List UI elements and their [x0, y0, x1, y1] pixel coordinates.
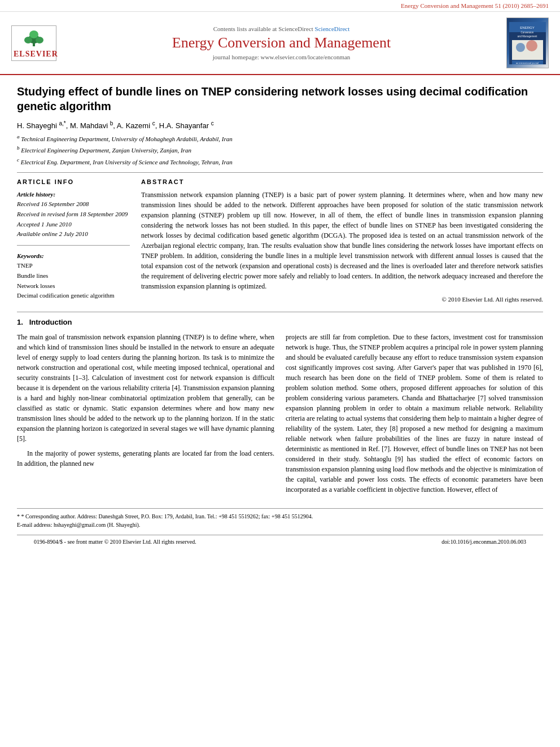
svg-point-12 [526, 40, 537, 51]
affiliation-a: a Technical Engineering Department, Univ… [17, 133, 543, 143]
affiliation-c: c Electrical Eng. Department, Iran Unive… [17, 156, 543, 167]
body-left-col: The main goal of transmission network ex… [17, 332, 274, 499]
footnote-star: * * Corresponding author. Address: Danes… [17, 512, 543, 521]
svg-text:and Management: and Management [517, 35, 537, 38]
divider-1 [17, 172, 543, 173]
intro-para-3: projects are still far from completion. … [286, 332, 543, 495]
svg-point-2 [24, 37, 32, 43]
svg-text:an international journal: an international journal [516, 62, 539, 64]
divider-2 [17, 312, 543, 312]
article-title: Studying effect of bundle lines on TNEP … [17, 84, 543, 113]
history-accepted: Accepted 1 June 2010 [17, 220, 130, 230]
footnote-star-symbol: * [17, 513, 20, 519]
affiliation-b: b Electrical Engineering Department, Zan… [17, 145, 543, 155]
history-revised: Received in revised form 18 September 20… [17, 209, 130, 220]
elsevier-wordmark: ELSEVIER [14, 50, 54, 59]
article-info-column: ARTICLE INFO Article history: Received 1… [17, 178, 130, 303]
keywords-label: Keywords: [17, 251, 130, 261]
elsevier-logo: ELSEVIER [11, 25, 56, 61]
header-center: Contents lists available at ScienceDirec… [62, 25, 501, 60]
history-received: Received 16 September 2008 [17, 199, 130, 209]
homepage-line: journal homepage: www.elsevier.com/locat… [62, 54, 501, 60]
keyword-2: Bundle lines [17, 271, 130, 281]
footnote-email-text: E-mail address: hshayeghi@gmail.com (H. … [17, 522, 140, 528]
svg-point-4 [29, 30, 38, 38]
svg-point-11 [516, 43, 525, 52]
cover-image: ENERGY Conversion and Management an inte… [509, 22, 546, 64]
footnote-email: E-mail address: hshayeghi@gmail.com (H. … [17, 521, 543, 529]
bottom-bar: 0196-8904/$ - see front matter © 2010 El… [17, 535, 543, 548]
article-info-header: ARTICLE INFO [17, 178, 130, 185]
keyword-1: TNEP [17, 261, 130, 271]
abstract-column: ABSTRACT Transmission network expansion … [141, 178, 543, 303]
doi-line: doi:10.1016/j.enconman.2010.06.003 [441, 539, 526, 545]
citation-bar: Energy Conversion and Management 51 (201… [0, 0, 560, 12]
intro-para-2: In the majority of power systems, genera… [17, 448, 274, 469]
journal-cover-thumbnail: ENERGY Conversion and Management an inte… [506, 18, 549, 68]
footnote-area: * * Corresponding author. Address: Danes… [17, 508, 543, 529]
article-history: Article history: Received 16 September 2… [17, 190, 130, 239]
article-meta: ARTICLE INFO Article history: Received 1… [17, 178, 543, 303]
keywords: Keywords: TNEP Bundle lines Network loss… [17, 251, 130, 301]
issn-line: 0196-8904/$ - see front matter © 2010 El… [34, 539, 196, 545]
journal-citation: Energy Conversion and Management 51 (201… [401, 2, 549, 9]
contents-line: Contents lists available at ScienceDirec… [62, 25, 501, 32]
journal-header: ELSEVIER Contents lists available at Sci… [0, 12, 560, 75]
affiliations: a Technical Engineering Department, Univ… [17, 133, 543, 166]
keyword-3: Network losses [17, 281, 130, 291]
svg-point-3 [36, 37, 43, 43]
divider-kw [17, 245, 130, 246]
authors-line: H. Shayeghi a,*, M. Mahdavi b, A. Kazemi… [17, 120, 543, 130]
main-content: Studying effect of bundle lines on TNEP … [0, 75, 560, 560]
footnote-corresponding: * Corresponding author. Address: Daneshg… [21, 513, 313, 519]
abstract-text: Transmission network expansion planning … [141, 190, 543, 291]
elsevier-tree-icon [20, 28, 48, 47]
abstract-header: ABSTRACT [141, 178, 543, 185]
history-label: Article history: [17, 190, 130, 200]
svg-text:ENERGY: ENERGY [520, 26, 534, 29]
body-columns: The main goal of transmission network ex… [17, 332, 543, 499]
journal-title: Energy Conversion and Management [62, 34, 501, 51]
section-1-title: 1. Introduction [17, 318, 543, 326]
copyright-line: © 2010 Elsevier Ltd. All rights reserved… [141, 296, 543, 303]
sciencedirect-link[interactable]: ScienceDirect [315, 25, 350, 32]
body-right-col: projects are still far from completion. … [286, 332, 543, 499]
intro-para-1: The main goal of transmission network ex… [17, 332, 274, 444]
keyword-4: Decimal codification genetic algorithm [17, 291, 130, 301]
history-online: Available online 2 July 2010 [17, 229, 130, 239]
section-introduction: 1. Introduction The main goal of transmi… [17, 318, 543, 499]
svg-text:Conversion: Conversion [521, 31, 534, 34]
